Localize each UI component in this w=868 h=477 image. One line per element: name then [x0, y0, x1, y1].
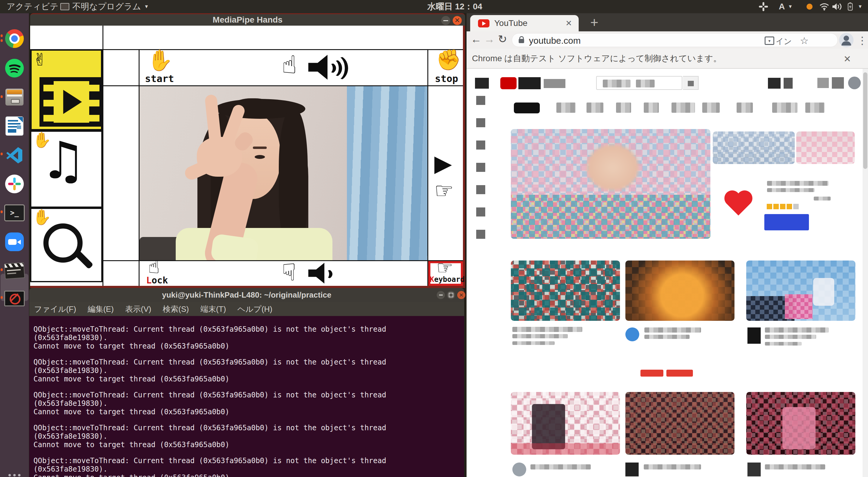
guide-item-icon[interactable]	[476, 118, 485, 127]
gesture-cell-music[interactable]: ✋ ♫	[30, 130, 102, 208]
menu-search[interactable]: 検索(S)	[163, 304, 189, 315]
blurred-chip[interactable]	[805, 102, 825, 113]
close-button[interactable]: ✕	[453, 16, 462, 25]
battery-icon[interactable]	[846, 0, 855, 13]
gesture-cell-start[interactable]: ✋ start	[140, 50, 175, 85]
blurred-chip[interactable]	[644, 102, 659, 113]
mediapipe-titlebar[interactable]: MediaPipe Hands ✕	[30, 13, 465, 26]
bookmark-star-icon[interactable]: ☆	[800, 35, 809, 47]
new-tab-button[interactable]: +	[587, 16, 601, 30]
dock-item-screen-recorder[interactable]	[4, 288, 25, 309]
dock-item-video-editor[interactable]	[4, 260, 25, 281]
back-button[interactable]: ←	[471, 34, 482, 44]
gesture-cell-volume-down[interactable]: ☟	[176, 261, 464, 286]
blurred-rank-box	[747, 327, 761, 344]
dock-item-vscode[interactable]	[4, 144, 25, 166]
terminal-output[interactable]: QObject::moveToThread: Current thread (0…	[29, 316, 464, 477]
minimize-button[interactable]	[441, 16, 450, 25]
guide-item-icon[interactable]	[476, 207, 485, 216]
guide-item-icon[interactable]	[476, 96, 485, 105]
menu-help[interactable]: ヘルプ(H)	[238, 304, 273, 315]
input-method-indicator[interactable]: A ▼	[779, 0, 793, 13]
install-icon[interactable]: ▼	[765, 36, 774, 45]
dock-item-chrome[interactable]	[4, 28, 25, 50]
video-thumbnail[interactable]	[625, 392, 735, 455]
blurred-face	[587, 144, 639, 190]
dock-item-libreoffice-writer[interactable]	[4, 115, 25, 137]
activities-button[interactable]: アクティビティ	[7, 0, 67, 13]
dock-item-zoom[interactable]	[4, 231, 25, 253]
guide-item-icon[interactable]	[476, 230, 485, 239]
dock-item-file-cabinet[interactable]	[4, 86, 25, 108]
menu-edit[interactable]: 編集(E)	[88, 304, 114, 315]
menu-terminal[interactable]: 端末(T)	[200, 304, 226, 315]
video-thumbnail[interactable]	[511, 392, 620, 455]
blurred-chip-selected[interactable]	[514, 102, 540, 113]
blurred-chip[interactable]	[737, 102, 753, 113]
blurred-chip[interactable]	[672, 102, 695, 113]
blurred-chip[interactable]	[772, 102, 798, 113]
search-icon	[688, 81, 694, 86]
clock[interactable]: 水曜日 12：04	[427, 0, 482, 13]
kebab-menu-icon[interactable]: ⋮	[857, 34, 867, 47]
gesture-cell-stop[interactable]: ✊ stop	[428, 50, 463, 85]
gesture-cell-search[interactable]: ✋	[30, 208, 102, 282]
blurred-panel[interactable]	[796, 131, 855, 164]
blurred-chip[interactable]	[587, 102, 603, 113]
gesture-cell-keyboard[interactable]: ☞ Keyboard	[428, 261, 463, 286]
app-menu[interactable]: 不明なプログラム ▼	[60, 0, 149, 13]
blurred-youtube-logo[interactable]	[500, 77, 517, 89]
install-label[interactable]: イン	[776, 36, 792, 47]
video-thumbnail[interactable]	[746, 261, 855, 321]
dock-item-spotify[interactable]	[4, 57, 25, 79]
blurred-avatar[interactable]	[848, 77, 861, 89]
scrollbar-thumb[interactable]	[863, 72, 867, 169]
tab-close-icon[interactable]: ✕	[565, 19, 572, 28]
blurred-icon[interactable]	[832, 77, 844, 89]
gesture-cell-lock[interactable]: ☝ Lock	[140, 261, 175, 286]
system-menu-caret[interactable]: ▼	[858, 0, 863, 13]
gesture-cell-video[interactable]: ✌	[30, 49, 102, 130]
video-thumbnail[interactable]	[625, 261, 735, 321]
infobar-close-icon[interactable]: ✕	[844, 54, 851, 64]
video-thumbnail[interactable]	[511, 261, 620, 321]
blurred-panel[interactable]	[713, 131, 795, 164]
guide-item-icon[interactable]	[476, 163, 485, 172]
blurred-chip[interactable]	[702, 102, 720, 113]
blurred-chip[interactable]	[556, 102, 576, 113]
wifi-icon[interactable]	[819, 0, 830, 13]
close-button[interactable]: ✕	[457, 291, 465, 299]
terminal-titlebar[interactable]: yuki@yuki-ThinkPad-L480: ~/original/prac…	[29, 288, 464, 302]
volume-icon[interactable]	[832, 0, 843, 13]
slack-tray-icon[interactable]	[758, 0, 769, 13]
blurred-chip[interactable]	[616, 102, 631, 113]
url-text[interactable]: youtube.com	[529, 36, 581, 46]
profile-avatar[interactable]	[839, 33, 854, 47]
blurred-icon[interactable]	[817, 78, 829, 88]
gesture-cell-next[interactable]: ▶ ☞	[428, 86, 463, 260]
maximize-button[interactable]	[447, 291, 455, 299]
search-button[interactable]	[683, 76, 699, 90]
address-bar[interactable]: youtube.com ▼ イン ☆	[512, 33, 838, 47]
menu-file[interactable]: ファイル(F)	[34, 304, 76, 315]
channel-avatar[interactable]	[513, 463, 526, 476]
blurred-menu-icon[interactable]	[475, 78, 489, 89]
search-bar[interactable]	[596, 76, 682, 90]
channel-avatar[interactable]	[625, 327, 639, 341]
forward-button[interactable]: →	[484, 34, 495, 44]
page-scrollbar[interactable]	[863, 69, 868, 477]
featured-video-thumbnail[interactable]	[511, 129, 710, 239]
dock-item-terminal[interactable]: >_	[4, 202, 25, 224]
show-applications-button[interactable]	[4, 469, 25, 477]
blurred-blue-button[interactable]	[764, 214, 809, 230]
guide-item-icon[interactable]	[476, 185, 485, 194]
minimize-button[interactable]	[437, 291, 445, 299]
gesture-cell-volume-up[interactable]: ☝	[176, 50, 464, 85]
reload-button[interactable]: ↻	[498, 34, 507, 44]
dock-item-slack[interactable]	[4, 173, 25, 195]
menu-view[interactable]: 表示(V)	[125, 304, 151, 315]
browser-tab-youtube[interactable]: YouTube ✕	[470, 15, 579, 31]
video-thumbnail[interactable]	[746, 392, 855, 455]
https-lock-icon[interactable]	[519, 39, 524, 43]
guide-item-icon[interactable]	[476, 141, 485, 150]
